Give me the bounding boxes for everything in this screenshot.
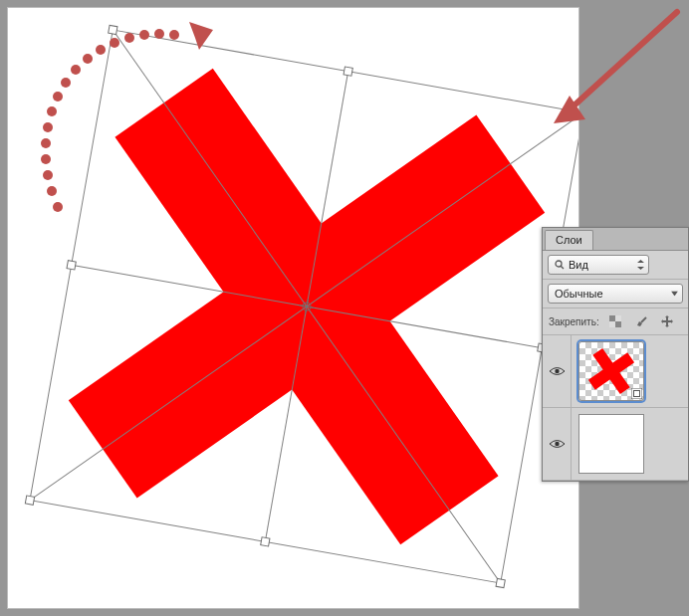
tab-layers[interactable]: Слои [545,230,593,250]
handle-tc[interactable] [344,67,352,76]
svg-rect-33 [615,315,621,321]
blend-mode-label: Обычные [555,288,603,300]
filter-kind-select[interactable]: Вид [548,255,649,275]
brush-icon [635,315,647,327]
handle-bl[interactable] [25,496,34,505]
filter-kind-label: Вид [569,259,588,271]
chevron-down-icon [671,292,678,297]
svg-point-41 [555,442,559,446]
handle-br[interactable] [496,578,505,587]
handle-bc[interactable] [261,537,270,546]
eye-icon [550,439,565,449]
svg-rect-31 [609,315,615,321]
lock-brush-button[interactable] [631,312,651,330]
svg-point-36 [555,369,559,373]
svg-line-35 [641,317,646,322]
document-canvas[interactable] [8,8,578,608]
lock-label: Закрепить: [549,316,599,327]
layer-visibility-toggle[interactable] [543,408,572,480]
move-icon [661,315,673,327]
artwork-svg [8,8,578,608]
svg-rect-34 [609,321,615,327]
eye-icon [550,366,565,376]
smart-object-badge-icon [631,388,642,399]
panel-tabbar: Слои [543,228,688,251]
lock-pixels-icon [609,315,621,327]
layer-list [543,335,688,481]
lock-pixels-button[interactable] [605,312,625,330]
svg-line-30 [561,266,564,269]
layer-thumbnail[interactable] [578,341,644,401]
svg-rect-32 [615,321,621,327]
app-stage: Слои Вид Обычные За [0,0,689,616]
lock-move-button[interactable] [657,312,677,330]
layer-thumbnail[interactable] [578,414,644,474]
svg-rect-39 [631,388,642,399]
handle-tl[interactable] [109,25,117,34]
layer-filter-row: Вид [543,251,688,280]
lock-row: Закрепить: [543,308,688,335]
blend-mode-row: Обычные [543,280,688,308]
blend-mode-select[interactable]: Обычные [548,284,683,304]
svg-line-27 [568,12,677,111]
chevron-updown-icon [637,260,644,270]
layer-visibility-toggle[interactable] [543,335,572,407]
handle-ml[interactable] [67,261,76,270]
svg-point-29 [556,261,562,267]
layer-row[interactable] [543,408,688,481]
layer-row[interactable] [543,335,688,408]
layers-panel: Слои Вид Обычные За [542,227,689,482]
search-icon [555,260,565,270]
